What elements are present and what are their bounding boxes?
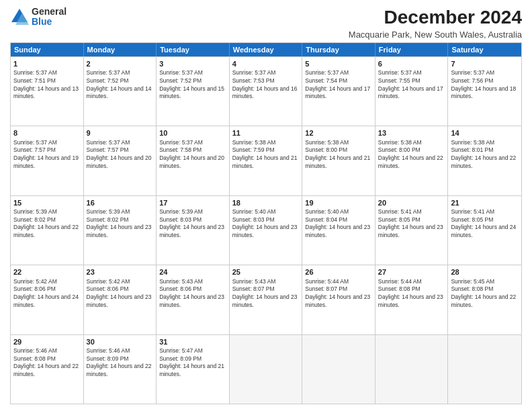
day-info: Sunrise: 5:37 AMSunset: 7:54 PMDaylight:… bbox=[305, 69, 370, 99]
header-monday: Monday bbox=[84, 43, 157, 56]
day-info: Sunrise: 5:40 AMSunset: 8:03 PMDaylight:… bbox=[232, 208, 298, 238]
calendar-row-1: 1 Sunrise: 5:37 AMSunset: 7:51 PMDayligh… bbox=[11, 56, 521, 126]
day-info: Sunrise: 5:42 AMSunset: 8:06 PMDaylight:… bbox=[13, 278, 79, 308]
day-info: Sunrise: 5:37 AMSunset: 7:52 PMDaylight:… bbox=[87, 69, 152, 99]
day-info: Sunrise: 5:44 AMSunset: 8:08 PMDaylight:… bbox=[378, 278, 443, 308]
day-info: Sunrise: 5:39 AMSunset: 8:03 PMDaylight:… bbox=[159, 208, 224, 238]
day-number: 28 bbox=[451, 267, 519, 277]
day-number: 26 bbox=[305, 267, 372, 277]
day-info: Sunrise: 5:38 AMSunset: 8:01 PMDaylight:… bbox=[451, 139, 516, 169]
day-info: Sunrise: 5:37 AMSunset: 7:52 PMDaylight:… bbox=[159, 69, 224, 99]
day-number: 9 bbox=[87, 128, 154, 138]
logo: General Blue bbox=[10, 7, 66, 28]
day-number: 25 bbox=[232, 267, 300, 277]
day-19: 19 Sunrise: 5:40 AMSunset: 8:04 PMDaylig… bbox=[302, 196, 375, 265]
calendar: Sunday Monday Tuesday Wednesday Thursday… bbox=[10, 42, 522, 404]
day-13: 13 Sunrise: 5:38 AMSunset: 8:00 PMDaylig… bbox=[375, 126, 449, 195]
day-23: 23 Sunrise: 5:42 AMSunset: 8:06 PMDaylig… bbox=[84, 265, 157, 334]
logo-icon bbox=[10, 7, 29, 26]
day-info: Sunrise: 5:37 AMSunset: 7:56 PMDaylight:… bbox=[451, 69, 516, 99]
day-9: 9 Sunrise: 5:37 AMSunset: 7:57 PMDayligh… bbox=[84, 126, 157, 195]
header-tuesday: Tuesday bbox=[157, 43, 230, 56]
day-info: Sunrise: 5:45 AMSunset: 8:08 PMDaylight:… bbox=[451, 278, 516, 308]
title-block: December 2024 Macquarie Park, New South … bbox=[349, 7, 522, 40]
calendar-row-4: 22 Sunrise: 5:42 AMSunset: 8:06 PMDaylig… bbox=[11, 265, 521, 334]
day-info: Sunrise: 5:41 AMSunset: 8:05 PMDaylight:… bbox=[378, 208, 443, 238]
day-number: 22 bbox=[13, 267, 81, 277]
header: General Blue December 2024 Macquarie Par… bbox=[10, 7, 522, 40]
day-8: 8 Sunrise: 5:37 AMSunset: 7:57 PMDayligh… bbox=[11, 126, 84, 195]
day-number: 13 bbox=[378, 128, 445, 138]
day-25: 25 Sunrise: 5:43 AMSunset: 8:07 PMDaylig… bbox=[230, 265, 303, 334]
main-title: December 2024 bbox=[349, 7, 522, 28]
day-21: 21 Sunrise: 5:41 AMSunset: 8:05 PMDaylig… bbox=[448, 196, 521, 265]
day-number: 14 bbox=[451, 128, 519, 138]
day-number: 2 bbox=[87, 59, 154, 68]
day-6: 6 Sunrise: 5:37 AMSunset: 7:55 PMDayligh… bbox=[375, 57, 449, 126]
day-number: 30 bbox=[87, 337, 154, 347]
calendar-row-3: 15 Sunrise: 5:39 AMSunset: 8:02 PMDaylig… bbox=[11, 195, 521, 265]
day-22: 22 Sunrise: 5:42 AMSunset: 8:06 PMDaylig… bbox=[11, 265, 84, 334]
day-31: 31 Sunrise: 5:47 AMSunset: 8:09 PMDaylig… bbox=[157, 335, 230, 404]
day-28: 28 Sunrise: 5:45 AMSunset: 8:08 PMDaylig… bbox=[448, 265, 521, 334]
day-info: Sunrise: 5:37 AMSunset: 7:57 PMDaylight:… bbox=[13, 139, 79, 169]
calendar-body: 1 Sunrise: 5:37 AMSunset: 7:51 PMDayligh… bbox=[11, 56, 521, 404]
day-27: 27 Sunrise: 5:44 AMSunset: 8:08 PMDaylig… bbox=[375, 265, 449, 334]
day-10: 10 Sunrise: 5:37 AMSunset: 7:58 PMDaylig… bbox=[157, 126, 230, 195]
day-number: 19 bbox=[305, 198, 372, 208]
day-info: Sunrise: 5:40 AMSunset: 8:04 PMDaylight:… bbox=[305, 208, 370, 238]
day-number: 8 bbox=[13, 128, 81, 138]
day-number: 6 bbox=[378, 59, 445, 68]
day-number: 18 bbox=[232, 198, 300, 208]
day-number: 10 bbox=[159, 128, 226, 138]
day-20: 20 Sunrise: 5:41 AMSunset: 8:05 PMDaylig… bbox=[375, 196, 449, 265]
day-info: Sunrise: 5:37 AMSunset: 7:55 PMDaylight:… bbox=[378, 69, 443, 99]
logo-general: General bbox=[32, 7, 66, 17]
calendar-row-5: 29 Sunrise: 5:46 AMSunset: 8:08 PMDaylig… bbox=[11, 334, 521, 404]
day-number: 21 bbox=[451, 198, 519, 208]
day-info: Sunrise: 5:37 AMSunset: 7:51 PMDaylight:… bbox=[13, 69, 79, 99]
header-wednesday: Wednesday bbox=[230, 43, 303, 56]
day-number: 3 bbox=[159, 59, 226, 68]
day-29: 29 Sunrise: 5:46 AMSunset: 8:08 PMDaylig… bbox=[11, 335, 84, 404]
day-number: 27 bbox=[378, 267, 445, 277]
day-11: 11 Sunrise: 5:38 AMSunset: 7:59 PMDaylig… bbox=[230, 126, 303, 195]
header-friday: Friday bbox=[375, 43, 449, 56]
day-7: 7 Sunrise: 5:37 AMSunset: 7:56 PMDayligh… bbox=[448, 57, 521, 126]
day-2: 2 Sunrise: 5:37 AMSunset: 7:52 PMDayligh… bbox=[84, 57, 157, 126]
day-info: Sunrise: 5:37 AMSunset: 7:57 PMDaylight:… bbox=[87, 139, 152, 169]
day-number: 31 bbox=[159, 337, 226, 347]
day-number: 15 bbox=[13, 198, 81, 208]
page: General Blue December 2024 Macquarie Par… bbox=[0, 0, 532, 411]
day-number: 11 bbox=[232, 128, 300, 138]
day-number: 29 bbox=[13, 337, 81, 347]
day-info: Sunrise: 5:37 AMSunset: 7:53 PMDaylight:… bbox=[232, 69, 298, 99]
day-number: 1 bbox=[13, 59, 81, 68]
day-26: 26 Sunrise: 5:44 AMSunset: 8:07 PMDaylig… bbox=[302, 265, 375, 334]
day-number: 4 bbox=[232, 59, 300, 68]
day-number: 12 bbox=[305, 128, 372, 138]
empty-cell bbox=[230, 335, 303, 404]
day-info: Sunrise: 5:39 AMSunset: 8:02 PMDaylight:… bbox=[13, 208, 79, 238]
day-17: 17 Sunrise: 5:39 AMSunset: 8:03 PMDaylig… bbox=[157, 196, 230, 265]
day-number: 7 bbox=[451, 59, 519, 68]
day-4: 4 Sunrise: 5:37 AMSunset: 7:53 PMDayligh… bbox=[230, 57, 303, 126]
day-30: 30 Sunrise: 5:46 AMSunset: 8:09 PMDaylig… bbox=[84, 335, 157, 404]
day-info: Sunrise: 5:41 AMSunset: 8:05 PMDaylight:… bbox=[451, 208, 516, 238]
day-info: Sunrise: 5:44 AMSunset: 8:07 PMDaylight:… bbox=[305, 278, 370, 308]
day-info: Sunrise: 5:38 AMSunset: 8:00 PMDaylight:… bbox=[305, 139, 370, 169]
day-number: 20 bbox=[378, 198, 445, 208]
subtitle: Macquarie Park, New South Wales, Austral… bbox=[349, 30, 522, 40]
day-3: 3 Sunrise: 5:37 AMSunset: 7:52 PMDayligh… bbox=[157, 57, 230, 126]
logo-blue: Blue bbox=[32, 17, 66, 27]
empty-cell bbox=[448, 335, 521, 404]
empty-cell bbox=[375, 335, 449, 404]
day-info: Sunrise: 5:42 AMSunset: 8:06 PMDaylight:… bbox=[87, 278, 152, 308]
day-1: 1 Sunrise: 5:37 AMSunset: 7:51 PMDayligh… bbox=[11, 57, 84, 126]
day-info: Sunrise: 5:46 AMSunset: 8:09 PMDaylight:… bbox=[87, 347, 152, 377]
day-number: 16 bbox=[87, 198, 154, 208]
header-sunday: Sunday bbox=[11, 43, 84, 56]
day-info: Sunrise: 5:43 AMSunset: 8:07 PMDaylight:… bbox=[232, 278, 298, 308]
day-info: Sunrise: 5:47 AMSunset: 8:09 PMDaylight:… bbox=[159, 347, 224, 377]
day-15: 15 Sunrise: 5:39 AMSunset: 8:02 PMDaylig… bbox=[11, 196, 84, 265]
